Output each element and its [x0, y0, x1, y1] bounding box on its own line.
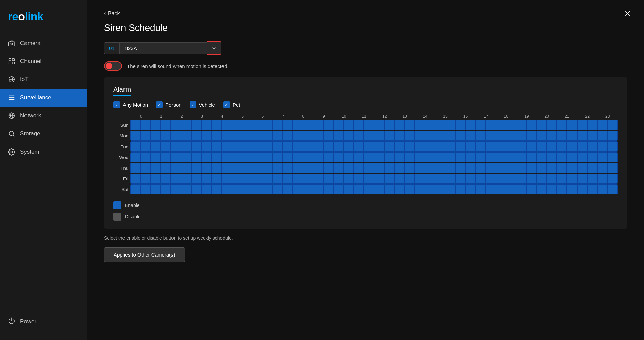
time-cell[interactable] [455, 184, 465, 194]
time-cell[interactable] [191, 184, 201, 194]
time-cell[interactable] [486, 152, 496, 162]
time-cell[interactable] [364, 184, 374, 194]
time-cell[interactable] [557, 131, 567, 141]
time-cell[interactable] [181, 152, 191, 162]
time-cell[interactable] [414, 152, 425, 162]
time-cell[interactable] [201, 120, 211, 130]
close-button[interactable]: × [624, 8, 631, 19]
time-cell[interactable] [394, 163, 404, 173]
time-cell[interactable] [557, 174, 567, 184]
time-cell[interactable] [262, 163, 272, 173]
time-cell[interactable] [547, 120, 557, 130]
time-cell[interactable] [486, 184, 496, 194]
checkbox-person[interactable]: ✓ Person [156, 101, 182, 108]
time-cell[interactable] [262, 120, 272, 130]
time-cell[interactable] [455, 174, 465, 184]
time-cell[interactable] [232, 163, 242, 173]
time-cell[interactable] [597, 184, 607, 194]
camera-dropdown-button[interactable] [207, 41, 221, 55]
time-cell[interactable] [313, 184, 323, 194]
time-cell[interactable] [191, 131, 201, 141]
time-cell[interactable] [394, 174, 404, 184]
time-cell[interactable] [354, 152, 364, 162]
time-cell[interactable] [283, 141, 293, 152]
sidebar-item-iot[interactable]: IoT [0, 70, 87, 89]
time-cell[interactable] [181, 141, 191, 152]
time-cell[interactable] [130, 152, 140, 162]
time-cell[interactable] [587, 163, 597, 173]
time-cell[interactable] [404, 174, 414, 184]
time-cell[interactable] [496, 174, 506, 184]
time-cell[interactable] [414, 174, 425, 184]
time-cell[interactable] [201, 163, 211, 173]
time-cell[interactable] [526, 120, 536, 130]
time-cell[interactable] [526, 163, 536, 173]
time-cell[interactable] [232, 120, 242, 130]
time-cell[interactable] [252, 184, 262, 194]
time-cell[interactable] [496, 184, 506, 194]
time-cell[interactable] [303, 141, 313, 152]
time-cell[interactable] [384, 163, 394, 173]
time-cell[interactable] [414, 131, 425, 141]
time-cell[interactable] [537, 163, 547, 173]
time-cell[interactable] [161, 120, 171, 130]
time-cell[interactable] [140, 152, 150, 162]
time-cell[interactable] [587, 152, 597, 162]
time-cell[interactable] [171, 184, 181, 194]
time-cell[interactable] [557, 163, 567, 173]
time-cell[interactable] [344, 184, 354, 194]
time-cell[interactable] [242, 174, 252, 184]
time-cell[interactable] [496, 152, 506, 162]
time-cell[interactable] [465, 174, 476, 184]
time-cell[interactable] [557, 120, 567, 130]
time-cell[interactable] [587, 174, 597, 184]
time-cell[interactable] [577, 131, 587, 141]
time-cell[interactable] [140, 120, 150, 130]
time-cell[interactable] [425, 152, 435, 162]
time-cell[interactable] [455, 141, 465, 152]
time-cell[interactable] [577, 184, 587, 194]
time-cell[interactable] [526, 174, 536, 184]
time-cell[interactable] [597, 163, 607, 173]
time-cell[interactable] [394, 120, 404, 130]
apply-button[interactable]: Applies to Other Camera(s) [104, 247, 185, 262]
time-cell[interactable] [171, 131, 181, 141]
time-cell[interactable] [171, 120, 181, 130]
time-cell[interactable] [577, 120, 587, 130]
time-cell[interactable] [344, 174, 354, 184]
time-cell[interactable] [496, 131, 506, 141]
time-cell[interactable] [526, 152, 536, 162]
time-cell[interactable] [364, 163, 374, 173]
time-cell[interactable] [567, 120, 577, 130]
time-cell[interactable] [567, 152, 577, 162]
time-cell[interactable] [587, 184, 597, 194]
time-cell[interactable] [171, 141, 181, 152]
time-cell[interactable] [455, 131, 465, 141]
time-cell[interactable] [557, 141, 567, 152]
time-cell[interactable] [354, 120, 364, 130]
time-cell[interactable] [242, 141, 252, 152]
time-cell[interactable] [374, 163, 384, 173]
time-cell[interactable] [161, 131, 171, 141]
back-link[interactable]: ‹ Back [104, 10, 627, 17]
time-cell[interactable] [201, 152, 211, 162]
time-cell[interactable] [567, 131, 577, 141]
time-cell[interactable] [364, 174, 374, 184]
time-cell[interactable] [577, 152, 587, 162]
time-cell[interactable] [394, 152, 404, 162]
time-cell[interactable] [435, 141, 445, 152]
time-cell[interactable] [151, 152, 161, 162]
time-cell[interactable] [476, 141, 486, 152]
time-cell[interactable] [161, 152, 171, 162]
time-cell[interactable] [607, 174, 617, 184]
time-cell[interactable] [577, 174, 587, 184]
time-cell[interactable] [526, 184, 536, 194]
time-cell[interactable] [211, 163, 221, 173]
time-cell[interactable] [597, 120, 607, 130]
time-cell[interactable] [445, 184, 455, 194]
checkbox-any-motion[interactable]: ✓ Any Motion [113, 101, 148, 108]
time-cell[interactable] [354, 174, 364, 184]
time-cell[interactable] [597, 152, 607, 162]
time-cell[interactable] [161, 141, 171, 152]
time-cell[interactable] [303, 152, 313, 162]
